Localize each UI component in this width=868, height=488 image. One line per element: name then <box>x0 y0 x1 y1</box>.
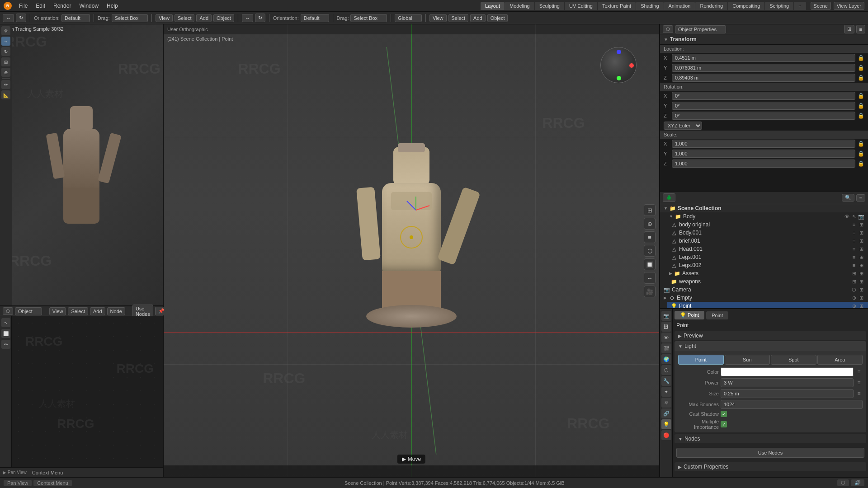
node-mode-dropdown[interactable]: Object <box>15 307 42 315</box>
head001-icon-btn1[interactable]: ≡ <box>851 246 857 252</box>
node-tool-annotate[interactable]: ✏ <box>1 340 10 349</box>
coll-body-original[interactable]: △ body original ≡ ⊞ <box>667 221 868 229</box>
light-type-sun[interactable]: Sun <box>725 355 770 365</box>
loc-x-lock[interactable]: 🔒 <box>857 54 864 61</box>
context-menu-btn[interactable]: Context Menu <box>33 480 71 486</box>
vp-right-tool-4[interactable]: ⬡ <box>644 245 656 257</box>
assets-icon-btn1[interactable]: ⊞ <box>851 270 857 277</box>
mode-btn-add-l[interactable]: Add <box>196 14 212 22</box>
brief001-icon-btn1[interactable]: ≡ <box>851 238 857 244</box>
camera-icon-btn2[interactable]: ⊞ <box>858 286 864 293</box>
mode-btn-view-l[interactable]: View <box>156 14 173 22</box>
vp-right-tool-3[interactable]: ≡ <box>644 231 656 243</box>
use-nodes-btn[interactable]: Use Nodes <box>132 305 153 318</box>
vp-tool-cursor[interactable]: ✥ <box>1 26 10 35</box>
coll-brief-001[interactable]: △ brief.001 ≡ ⊞ <box>667 237 868 245</box>
scale-y-lock[interactable]: 🔒 <box>857 150 864 157</box>
light-type-spot[interactable]: Spot <box>771 355 816 365</box>
prop-icon-view[interactable]: 👁 <box>661 333 671 343</box>
prop-icon-world[interactable]: 🌍 <box>661 354 671 364</box>
prop-tab-point[interactable]: 💡 Point <box>675 311 704 319</box>
light-block-header[interactable]: ▼ Light <box>675 341 866 351</box>
coll-empty[interactable]: ▶ ⊕ Empty ⊕ ⊞ <box>660 294 868 302</box>
props-header-btn[interactable]: ⬡ <box>663 25 673 33</box>
tab-modeling[interactable]: Modeling <box>505 2 534 10</box>
rot-z-lock[interactable]: 🔒 <box>857 112 864 119</box>
rotation-x-input[interactable] <box>672 92 855 100</box>
vp-tool-scale[interactable]: ⊞ <box>1 57 10 66</box>
scale-y-input[interactable] <box>672 150 855 158</box>
body-eye-btn[interactable]: 👁 <box>844 213 850 220</box>
scale-z-lock[interactable]: 🔒 <box>857 160 864 167</box>
mode-btn-object-r[interactable]: Object <box>487 14 508 22</box>
coll-assets[interactable]: ▶ 📁 Assets ⊞ ⊞ <box>660 269 868 277</box>
tab-add[interactable]: + <box>794 2 806 10</box>
outliner-header-icon[interactable]: 🌲 <box>663 193 675 202</box>
drag-dropdown[interactable]: Select Box <box>112 14 148 22</box>
color-swatch[interactable] <box>721 367 854 376</box>
node-editor-mode-btn[interactable]: ⬡ <box>3 307 13 315</box>
prop-icon-constraints[interactable]: 🔗 <box>661 408 671 418</box>
mode-btn-object-l[interactable]: Object <box>213 14 234 22</box>
tab-sculpting[interactable]: Sculpting <box>535 2 564 10</box>
vp-right-tool-2[interactable]: ⊕ <box>644 218 656 230</box>
body001-icon-btn2[interactable]: ⊞ <box>858 230 864 236</box>
status-icon-2[interactable]: 🔊 <box>851 479 864 486</box>
coll-point[interactable]: 💡 Point ⊕ ⊞ <box>667 302 868 308</box>
transform-tool-move[interactable]: ↔ <box>3 14 14 22</box>
assets-icon-btn2[interactable]: ⊞ <box>858 270 864 277</box>
node-add-btn[interactable]: Add <box>90 307 105 315</box>
legs002-icon-btn1[interactable]: ≡ <box>851 262 857 268</box>
coll-weapons[interactable]: 📁 weapons ⊞ ⊞ <box>667 277 868 286</box>
light-type-point[interactable]: Point <box>678 355 724 365</box>
transform-tool-move-r[interactable]: ↔ <box>242 14 253 22</box>
coll-body-001[interactable]: △ Body.001 ≡ ⊞ <box>667 229 868 237</box>
tab-rendering[interactable]: Rendering <box>695 2 727 10</box>
viewport-small[interactable]: Path Tracing Sample 30/32 RRCG RRCG RRCG… <box>0 24 163 305</box>
weapons-icon-btn2[interactable]: ⊞ <box>858 278 864 285</box>
coll-legs-001[interactable]: △ Legs.001 ≡ ⊞ <box>667 253 868 261</box>
power-lock[interactable]: ≡ <box>855 379 863 386</box>
node-node-btn[interactable]: Node <box>107 307 125 315</box>
vp-right-tool-6[interactable]: ↔ <box>644 272 656 284</box>
transform-tool-rotate[interactable]: ↻ <box>16 14 26 22</box>
mode-btn-select-l[interactable]: Select <box>175 14 195 22</box>
pan-view-btn[interactable]: Pan View <box>4 480 32 486</box>
legs001-icon-btn1[interactable]: ≡ <box>851 254 857 260</box>
location-x-input[interactable] <box>672 54 855 62</box>
scale-x-lock[interactable]: 🔒 <box>857 140 864 147</box>
multiple-importance-checkbox[interactable]: ✓ <box>721 421 727 427</box>
prop-tab-point2[interactable]: Point <box>706 311 728 319</box>
light-type-area[interactable]: Area <box>817 355 863 365</box>
coll-camera[interactable]: 📷 Camera ⬡ ⊞ <box>660 286 868 294</box>
props-header-icon-2[interactable]: ≡ <box>856 25 865 33</box>
power-value[interactable]: 3 W <box>721 378 854 387</box>
node-view-btn[interactable]: View <box>49 307 66 315</box>
loc-z-lock[interactable]: 🔒 <box>857 74 864 81</box>
menu-file[interactable]: File <box>15 2 31 10</box>
coll-head-001[interactable]: △ Head.001 ≡ ⊞ <box>667 245 868 253</box>
node-tool-select[interactable]: ↖ <box>1 318 10 327</box>
prop-icon-particles[interactable]: ✦ <box>661 387 671 397</box>
vp-tool-rotate-sm[interactable]: ↻ <box>1 47 10 56</box>
body-select-btn[interactable]: ↖ <box>851 213 857 220</box>
body-orig-icon-btn1[interactable]: ≡ <box>851 221 857 228</box>
color-lock[interactable]: ≡ <box>855 368 863 375</box>
rotation-z-input[interactable] <box>672 112 855 120</box>
tab-scripting[interactable]: Scripting <box>765 2 793 10</box>
vp-right-tool-7[interactable]: 🎥 <box>644 286 656 297</box>
cast-shadow-checkbox[interactable]: ✓ <box>721 411 727 417</box>
prop-icon-scene[interactable]: 🎬 <box>661 343 671 353</box>
point-icon-btn1[interactable]: ⊕ <box>851 303 857 308</box>
center-viewport[interactable]: User Orthographic (241) Scene Collection… <box>164 24 660 477</box>
scale-z-input[interactable] <box>672 160 855 168</box>
prop-icon-render[interactable]: 📷 <box>661 311 671 321</box>
size-value[interactable]: 0.25 m <box>721 389 854 398</box>
filter-icon[interactable]: ≡ <box>856 194 865 202</box>
size-lock[interactable]: ≡ <box>855 390 863 397</box>
location-y-input[interactable] <box>672 64 855 72</box>
vp-tool-move[interactable]: ↔ <box>1 37 10 46</box>
props-mode-dropdown[interactable]: Object Properties <box>675 25 726 33</box>
drag-dropdown-r[interactable]: Select Box <box>350 14 387 22</box>
brief001-icon-btn2[interactable]: ⊞ <box>858 238 864 244</box>
